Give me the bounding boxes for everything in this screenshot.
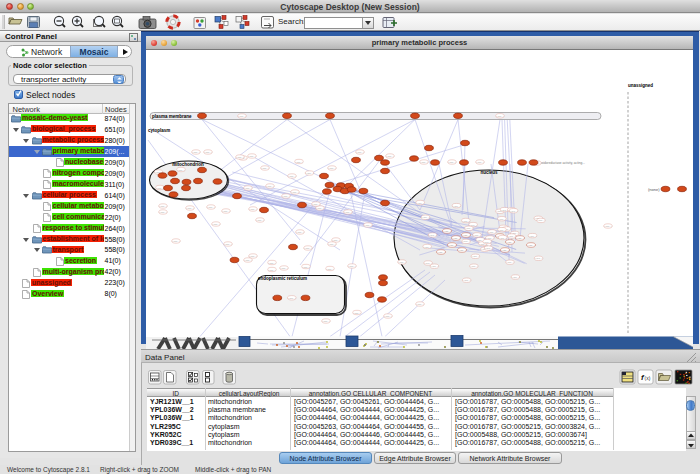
svg-text:(YDR...): (YDR...) [261, 167, 269, 169]
svg-text:(YDR...): (YDR...) [186, 207, 194, 209]
svg-text:(YDR...): (YDR...) [326, 268, 334, 270]
svg-text:(YDR...): (YDR...) [353, 312, 361, 314]
svg-text:(YGR...): (YGR...) [516, 237, 524, 239]
svg-text:(YDR...): (YDR...) [448, 161, 456, 163]
svg-text:(YDR...): (YDR...) [302, 266, 310, 268]
svg-text:(YDR...): (YDR...) [510, 210, 518, 212]
svg-text:oxidoreductase activity, actin: oxidoreductase activity, acting... [540, 161, 585, 165]
svg-text:(YDR...): (YDR...) [322, 320, 330, 322]
svg-text:(YDR...): (YDR...) [280, 267, 288, 269]
svg-text:(YDR...): (YDR...) [476, 161, 484, 163]
svg-text:(YDR...): (YDR...) [192, 151, 200, 153]
svg-text:unassigned: unassigned [628, 83, 653, 88]
svg-text:(YDR...): (YDR...) [463, 279, 471, 281]
svg-text:(YDR...): (YDR...) [268, 269, 276, 271]
svg-text:(YDR...): (YDR...) [398, 261, 406, 263]
svg-text:(YDR...): (YDR...) [386, 155, 394, 157]
svg-text:(YDR...): (YDR...) [430, 265, 438, 267]
svg-text:(YDR...): (YDR...) [496, 115, 504, 117]
svg-text:(YDR...): (YDR...) [486, 237, 494, 239]
svg-text:(YDR...): (YDR...) [424, 262, 432, 264]
svg-text:(YDR...): (YDR...) [422, 216, 430, 218]
svg-text:(YGR...): (YGR...) [506, 241, 514, 243]
svg-text:(YDR...): (YDR...) [295, 161, 303, 163]
svg-text:(YDR...): (YDR...) [328, 167, 336, 169]
svg-text:(YDR...): (YDR...) [304, 247, 312, 249]
svg-text:(YDR...): (YDR...) [416, 303, 424, 305]
svg-text:(YDR...): (YDR...) [356, 151, 364, 153]
svg-text:plasma membrane: plasma membrane [152, 114, 192, 119]
svg-text:(YDR...): (YDR...) [488, 231, 496, 233]
svg-text:(YDR...): (YDR...) [296, 231, 304, 233]
svg-text:(YDR...): (YDR...) [207, 206, 215, 208]
svg-text:(YDR...): (YDR...) [288, 297, 296, 299]
svg-text:(YDR...): (YDR...) [511, 276, 519, 278]
svg-text:(YDR...): (YDR...) [470, 265, 478, 267]
svg-text:(YDR...): (YDR...) [212, 223, 220, 225]
svg-text:(YDR...): (YDR...) [499, 237, 507, 239]
svg-text:(YDR...): (YDR...) [177, 169, 185, 171]
svg-text:(YDR...): (YDR...) [249, 255, 257, 257]
svg-text:(YDR...): (YDR...) [483, 241, 491, 243]
svg-text:(YDR...): (YDR...) [159, 205, 167, 207]
svg-text:(YDR...): (YDR...) [498, 229, 506, 231]
svg-text:(YGR...): (YGR...) [443, 230, 451, 232]
svg-text:(YDR...): (YDR...) [604, 225, 612, 227]
svg-text:(YGR...): (YGR...) [448, 244, 456, 246]
svg-text:(YDR...): (YDR...) [266, 185, 274, 187]
svg-text:(YGR...): (YGR...) [462, 234, 470, 236]
svg-text:(YDR...): (YDR...) [498, 218, 506, 220]
svg-text:(YDR...): (YDR...) [344, 211, 352, 213]
svg-text:(YDR...): (YDR...) [316, 207, 324, 209]
svg-text:(YGR...): (YGR...) [501, 249, 509, 251]
svg-text:(x): (x) [645, 375, 651, 381]
svg-text:(YDR...): (YDR...) [156, 187, 164, 189]
svg-text:(YDR...): (YDR...) [465, 227, 473, 229]
svg-text:(YDR...): (YDR...) [224, 243, 232, 245]
svg-text:(YDR...): (YDR...) [462, 240, 470, 242]
svg-text:(YDR...): (YDR...) [282, 195, 290, 197]
svg-text:(YDR...): (YDR...) [506, 261, 514, 263]
svg-text:(YDR...): (YDR...) [364, 224, 372, 226]
svg-text:endoplasmic reticulum: endoplasmic reticulum [258, 276, 307, 281]
svg-text:(YDR...): (YDR...) [471, 255, 479, 257]
svg-text:(YDR...): (YDR...) [306, 172, 314, 174]
svg-text:(YDR...): (YDR...) [236, 156, 244, 158]
svg-text:(YDR...): (YDR...) [529, 235, 537, 237]
svg-text:(YDR...): (YDR...) [328, 243, 336, 245]
svg-text:(YDR...): (YDR...) [268, 262, 276, 264]
svg-text:(YDR...): (YDR...) [485, 247, 493, 249]
svg-text:(YDR...): (YDR...) [348, 265, 356, 267]
svg-text:(YDR...): (YDR...) [288, 175, 296, 177]
svg-text:(YDR...): (YDR...) [508, 235, 516, 237]
svg-text:(YGR...): (YGR...) [437, 251, 445, 253]
svg-text:(YDR...): (YDR...) [256, 219, 264, 221]
svg-text:(YDR...): (YDR...) [222, 210, 230, 212]
svg-text:(YGR...): (YGR...) [452, 237, 460, 239]
svg-text:(YDR...): (YDR...) [291, 191, 299, 193]
svg-text:(YDR...): (YDR...) [469, 224, 477, 226]
svg-text:(YDR...): (YDR...) [172, 240, 180, 242]
svg-text:(YDR...): (YDR...) [429, 234, 437, 236]
svg-text:(YDR...): (YDR...) [537, 219, 545, 221]
svg-text:(YDR...): (YDR...) [248, 155, 256, 157]
svg-text:(YDR...): (YDR...) [420, 161, 428, 163]
svg-text:(none): (none) [648, 187, 660, 192]
svg-text:(YDR...): (YDR...) [244, 187, 252, 189]
svg-text:cytoplasm: cytoplasm [148, 128, 170, 133]
svg-text:(YDR...): (YDR...) [453, 205, 461, 207]
svg-text:(YGR...): (YGR...) [527, 244, 535, 246]
svg-text:(YDR...): (YDR...) [332, 239, 340, 241]
svg-text:(YGR...): (YGR...) [458, 249, 466, 251]
svg-text:(YDR...): (YDR...) [312, 203, 320, 205]
svg-text:(YDR...): (YDR...) [238, 115, 246, 117]
svg-text:(YDR...): (YDR...) [423, 246, 431, 248]
svg-text:(YDR...): (YDR...) [249, 208, 257, 210]
svg-text:nucleus: nucleus [480, 170, 498, 175]
svg-text:(YDR...): (YDR...) [462, 220, 470, 222]
svg-text:(YDR...): (YDR...) [159, 211, 167, 213]
svg-text:(YDR...): (YDR...) [535, 257, 543, 259]
svg-text:(YDR...): (YDR...) [416, 202, 424, 204]
svg-text:(YDR...): (YDR...) [384, 315, 392, 317]
svg-text:(YDR...): (YDR...) [473, 234, 481, 236]
